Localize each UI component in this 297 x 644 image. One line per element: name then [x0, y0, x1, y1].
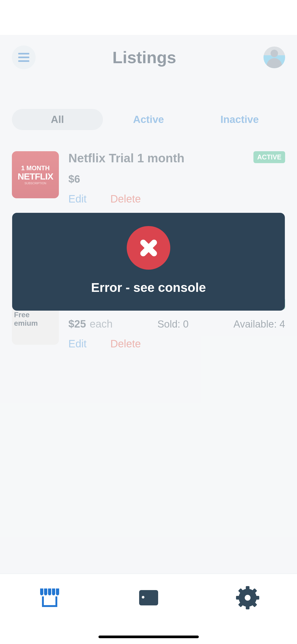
listing-body: Netflix Trial 1 month ACTIVE $6 Edit Del…	[68, 151, 285, 205]
shop-icon	[40, 588, 59, 607]
listing-each: each	[90, 318, 113, 330]
error-message: Error - see console	[91, 280, 206, 295]
listing-item[interactable]: 1 MONTH NETFLIX SUBSCRIPTION Netflix Tri…	[12, 151, 285, 218]
wallet-icon	[139, 590, 158, 605]
avatar[interactable]	[263, 47, 285, 68]
listing-head: Netflix Trial 1 month ACTIVE	[68, 151, 285, 165]
tab-all[interactable]: All	[12, 109, 103, 130]
tab-inactive[interactable]: Inactive	[194, 109, 285, 130]
status-bar	[0, 0, 297, 35]
edit-button[interactable]: Edit	[68, 338, 87, 350]
status-badge: ACTIVE	[253, 151, 285, 163]
delete-button[interactable]: Delete	[110, 338, 141, 350]
nav-wallet[interactable]	[133, 585, 164, 611]
nav-settings[interactable]	[232, 585, 263, 611]
listing-actions: Edit Delete	[68, 193, 285, 205]
listing-title: Netflix Trial 1 month	[68, 151, 185, 165]
header: Listings	[12, 35, 285, 82]
listing-thumbnail: 1 MONTH NETFLIX SUBSCRIPTION	[12, 151, 59, 198]
listing-price: $6	[68, 173, 80, 185]
delete-button[interactable]: Delete	[110, 193, 141, 205]
edit-button[interactable]: Edit	[68, 193, 87, 205]
thumb-text: SUBSCRIPTION	[25, 182, 46, 185]
bottom-nav	[0, 574, 297, 644]
error-modal[interactable]: Error - see console	[12, 213, 285, 311]
stats-row: $25 each Sold: 0 Available: 4	[68, 312, 285, 330]
thumb-text: emium	[14, 319, 59, 328]
sold-count: Sold: 0	[157, 319, 188, 330]
page-title: Listings	[25, 48, 263, 67]
price-row: $6	[68, 173, 285, 185]
nav-shop[interactable]	[34, 585, 65, 611]
tab-active[interactable]: Active	[103, 109, 194, 130]
home-indicator[interactable]	[98, 636, 199, 638]
thumb-text: 1 MONTH	[21, 165, 50, 172]
listing-price: $25	[68, 318, 86, 330]
error-icon	[127, 226, 170, 270]
listing-actions: Edit Delete	[68, 338, 285, 350]
thumb-text: Free	[14, 311, 59, 319]
available-count: Available: 4	[233, 319, 285, 330]
filter-tabs: All Active Inactive	[12, 109, 285, 130]
thumb-text: NETFLIX	[18, 172, 53, 181]
gear-icon	[239, 589, 257, 607]
close-x-icon	[139, 239, 158, 257]
